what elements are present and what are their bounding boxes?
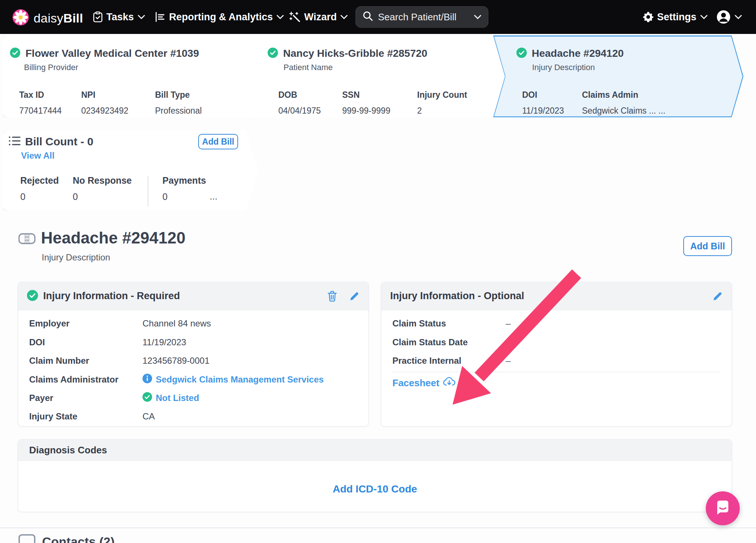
divider [392,372,721,372]
nav-tasks-label: Tasks [106,11,134,23]
app-frame: daisyBill Tasks Reporting & Analytics [0,0,756,543]
claims-administrator-link[interactable]: Sedgwick Claims Management Services [156,374,324,385]
nav-reporting-analytics[interactable]: Reporting & Analytics [155,0,284,34]
row-label-doi: DOI [29,337,142,347]
check-circle-icon [516,48,527,59]
bill-count-title: Bill Count - 0 [25,135,93,148]
trash-icon[interactable] [327,291,337,302]
card-title: Diagnosis Codes [29,445,107,456]
chevron-down-icon [138,15,145,19]
row-label-claim-number: Claim Number [29,356,142,366]
chat-smile-icon [714,499,731,518]
row-label-injury-state: Injury State [29,411,142,422]
user-avatar-icon [716,10,731,24]
row-value-claim-number: 123456789-0001 [142,356,210,366]
brand-logo[interactable]: daisyBill [12,9,83,27]
clipboard-icon [93,11,103,23]
field-tax-id: Tax ID 770417444 [19,90,62,116]
nav-settings-label: Settings [657,11,697,23]
check-circle-icon [27,290,38,302]
field-claims-admin: Claims Admin Sedgwick Claims ... ... [582,90,666,116]
breadcrumb-patient[interactable]: Nancy Hicks-Gribble #285720 Patient Name… [250,35,503,117]
check-circle-icon [268,48,278,59]
row-value-doi: 11/19/2023 [142,337,186,347]
info-circle-icon[interactable] [142,374,152,385]
crumb-title: Flower Valley Medical Center #1039 [25,48,199,59]
field-dob: DOB 04/04/1975 [278,90,321,116]
facesheet-label: Facesheet [392,377,439,389]
payer-link[interactable]: Not Listed [156,393,199,403]
add-icd10-code-link[interactable]: Add ICD-10 Code [18,483,732,495]
facesheet-download-link[interactable]: Facesheet [392,377,456,390]
stat-payments: Payments 0 [162,175,206,202]
row-value-claim-status: – [506,318,511,329]
page-subtitle: Injury Description [42,252,110,263]
crumb-subtitle: Patient Name [284,63,333,72]
nav-account[interactable] [716,0,742,34]
field-bill-type: Bill Type Professional [155,90,202,116]
bar-chart-icon [155,12,165,22]
gear-icon [643,12,653,22]
injury-info-optional-card: Injury Information - Optional Claim Stat… [381,282,732,426]
magic-wand-icon [289,11,300,23]
search-icon [362,11,373,24]
card-header: Injury Information - Optional [381,282,732,310]
row-value-injury-state: CA [142,411,155,422]
field-injury-count: Injury Count 2 [417,90,467,116]
stats-ellipsis[interactable]: ... [210,191,217,202]
breadcrumb-billing-provider[interactable]: Flower Valley Medical Center #1039 Billi… [3,35,261,117]
divider [148,176,148,207]
brand-name: daisyBill [34,11,83,25]
row-label-employer: Employer [29,318,142,329]
contacts-card-icon [18,534,35,543]
pencil-icon[interactable] [349,291,360,301]
page-title: Headache #294120 [41,229,185,247]
nav-settings[interactable]: Settings [643,0,708,34]
chevron-down-icon [340,15,348,19]
chat-launcher-button[interactable] [706,491,740,525]
nav-tasks[interactable]: Tasks [93,0,145,34]
check-circle-icon [10,48,20,59]
pencil-icon[interactable] [712,291,723,301]
row-label-claims-administrator: Claims Administrator [29,374,142,385]
row-value-practice-internal: – [506,356,511,366]
bandage-icon [18,232,35,246]
search-placeholder: Search Patient/Bill [378,11,456,23]
crumb-subtitle: Billing Provider [24,63,78,72]
row-label-claim-status-date: Claim Status Date [392,337,506,347]
row-label-practice-internal: Practice Internal [392,356,506,366]
bill-count-card: Bill Count - 0 Add Bill View All Rejecte… [3,130,258,211]
list-icon [9,136,21,148]
stat-no-response: No Response 0 [73,175,132,202]
chevron-down-icon [735,15,742,19]
cloud-download-icon [443,377,456,390]
field-doi: DOI 11/19/2023 [522,90,564,116]
stat-rejected: Rejected 0 [20,175,59,202]
chevron-down-icon [276,15,284,19]
view-all-link[interactable]: View All [21,151,55,161]
breadcrumb-injury-active[interactable]: Headache #294120 Injury Description DOI … [493,35,743,117]
nav-reporting-label: Reporting & Analytics [169,11,273,23]
row-label-claim-status: Claim Status [392,318,506,329]
card-title: Injury Information - Optional [390,290,524,302]
card-header: Diagnosis Codes [18,440,732,461]
chevron-down-icon [474,15,481,19]
chevron-down-icon [700,15,708,19]
add-bill-button[interactable]: Add Bill [198,134,238,149]
field-npi: NPI 0234923492 [81,90,128,116]
crumb-title: Headache #294120 [532,48,624,59]
card-header: Injury Information - Required [18,282,368,310]
top-navbar: daisyBill Tasks Reporting & Analytics [0,0,756,34]
row-value-employer: Channel 84 news [142,318,211,329]
search-input[interactable]: Search Patient/Bill [355,6,488,28]
nav-wizard[interactable]: Wizard [289,0,348,34]
diagnosis-codes-card: Diagnosis Codes Add ICD-10 Code [18,439,732,512]
card-title: Injury Information - Required [43,290,180,302]
contacts-section-heading: Contacts (2) [18,534,114,543]
add-bill-button[interactable]: Add Bill [683,236,732,256]
crumb-title: Nancy Hicks-Gribble #285720 [283,48,427,59]
check-circle-icon [142,392,152,404]
field-ssn: SSN 999-99-9999 [342,90,390,116]
nav-wizard-label: Wizard [304,11,337,23]
divider [0,528,756,528]
